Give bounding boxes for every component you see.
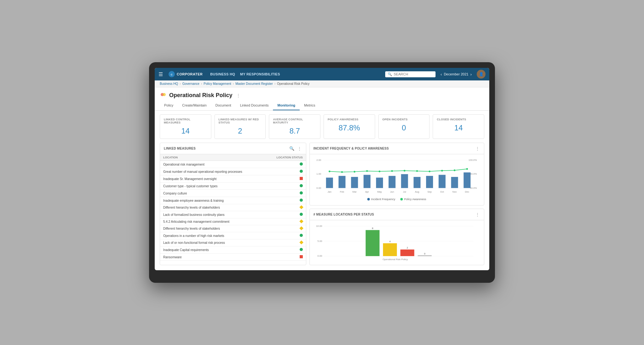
tab-policy[interactable]: Policy	[160, 101, 178, 110]
svg-text:Jan: Jan	[327, 190, 331, 193]
svg-rect-59	[400, 249, 414, 256]
incident-chart-title: INCIDENT FREQUENCY & POLICY AWARENESS	[314, 147, 389, 150]
svg-text:2.00: 2.00	[316, 159, 321, 162]
current-date: December 2021	[444, 72, 468, 76]
legend-policy-awareness: Policy Awareness	[400, 198, 426, 201]
svg-rect-24	[464, 172, 470, 188]
svg-rect-22	[438, 175, 445, 188]
legend-label-incident: Incident Frequency	[371, 198, 395, 201]
table-row[interactable]: Operational risk management	[160, 161, 306, 168]
measure-status	[266, 204, 306, 211]
measure-status	[266, 218, 306, 225]
svg-text:10.00: 10.00	[316, 225, 322, 227]
svg-text:0: 0	[424, 252, 425, 255]
kpi-linked-measures-red: LINKED MEASURES W/ RED STATUS 2	[214, 114, 266, 139]
table-row[interactable]: Inadequate employee awareness & training	[160, 197, 306, 204]
svg-point-30	[391, 170, 393, 172]
measure-status	[266, 161, 306, 168]
svg-point-34	[441, 170, 443, 172]
breadcrumb-governance[interactable]: Governance	[182, 82, 199, 85]
kpi-label-3: POLICY AWARENESS	[328, 118, 371, 121]
svg-text:1.00: 1.00	[316, 173, 321, 176]
table-row[interactable]: Lack of or non-functional formal risk pr…	[160, 239, 306, 246]
measures-menu-button[interactable]: ⋮	[297, 145, 302, 151]
svg-text:Aug: Aug	[415, 190, 419, 193]
measure-name: Customer type - typical customer types	[160, 183, 266, 190]
svg-rect-21	[426, 176, 433, 188]
tab-linked-documents[interactable]: Linked Documents	[236, 101, 273, 110]
legend-dot-awareness	[400, 198, 403, 200]
table-row[interactable]: Lack of formalized business continuity p…	[160, 211, 306, 218]
svg-point-3	[163, 93, 166, 96]
svg-point-25	[329, 171, 330, 172]
kpi-average-control-maturity: AVERAGE CONTROL MATURITY 8.7	[269, 114, 320, 139]
avatar[interactable]: 👤	[477, 70, 486, 79]
measure-name: Lack of or non-functional formal risk pr…	[160, 239, 266, 246]
table-row[interactable]: Different hierarchy levels of stakeholde…	[160, 225, 306, 232]
table-row[interactable]: Customer type - typical customer types	[160, 183, 306, 190]
table-row[interactable]: Different hierarchy levels of stakeholde…	[160, 204, 306, 211]
search-input[interactable]	[394, 72, 431, 76]
measure-status	[266, 211, 306, 218]
tab-metrics[interactable]: Metrics	[300, 101, 319, 110]
measure-status	[266, 175, 306, 183]
prev-date-button[interactable]: ‹	[441, 72, 442, 77]
table-row[interactable]: Company culture	[160, 190, 306, 197]
svg-point-32	[416, 170, 418, 172]
search-measures-button[interactable]: 🔍	[289, 145, 295, 151]
svg-rect-57	[383, 243, 397, 256]
svg-rect-16	[364, 175, 370, 188]
svg-text:80.0%: 80.0%	[470, 173, 477, 176]
measure-locations-body: 10.00 5.00 0.00 8	[310, 220, 484, 265]
breadcrumb-master-document-register[interactable]: Master Document Register	[236, 82, 273, 85]
table-row[interactable]: Ransomware	[160, 254, 306, 261]
tab-document[interactable]: Document	[211, 101, 236, 110]
measure-name: Great number of manual operational repor…	[160, 168, 266, 175]
table-row[interactable]: Operations in a number of high risk mark…	[160, 232, 306, 239]
nav-my-responsibilities[interactable]: MY RESPONSIBILITIES	[240, 72, 280, 76]
svg-text:0.00: 0.00	[317, 255, 322, 257]
svg-text:Nov: Nov	[452, 190, 457, 193]
svg-point-28	[366, 170, 368, 172]
next-date-button[interactable]: ›	[470, 72, 472, 77]
table-row[interactable]: Great number of manual operational repor…	[160, 168, 306, 175]
kpi-linked-control-measures: LINKED CONTROL MEASURES 14	[160, 114, 211, 139]
logo-area: C CORPORATER	[168, 70, 203, 78]
svg-text:Jul: Jul	[403, 190, 406, 193]
measure-status	[266, 254, 306, 261]
incident-chart-header: INCIDENT FREQUENCY & POLICY AWARENESS ⋮	[310, 143, 484, 154]
measure-status	[266, 232, 306, 239]
search-bar[interactable]: 🔍	[385, 71, 436, 77]
svg-point-35	[453, 170, 455, 172]
hamburger-icon[interactable]: ☰	[158, 71, 163, 77]
measures-table: LOCATION LOCATION STATUS Operational ris…	[160, 154, 306, 261]
svg-text:Apr: Apr	[365, 190, 369, 193]
incident-chart-menu[interactable]: ⋮	[475, 145, 480, 151]
main-content: LINKED MEASURES 🔍 ⋮ LOCATION LOCATION ST…	[155, 143, 489, 270]
logo-text: CORPORATER	[177, 72, 203, 76]
svg-text:5.00: 5.00	[317, 240, 322, 243]
tab-create-maintain[interactable]: Create/Maintain	[178, 101, 211, 110]
measure-name: Different hierarchy levels of stakeholde…	[160, 225, 266, 232]
tab-monitoring[interactable]: Monitoring	[273, 101, 300, 110]
svg-point-29	[379, 171, 380, 172]
incident-chart-legend: Incident Frequency Policy Awareness	[314, 196, 480, 203]
measure-name: 5.4.2 Articulating risk management commi…	[160, 218, 266, 225]
measure-status	[266, 197, 306, 204]
table-row[interactable]: 5.4.2 Articulating risk management commi…	[160, 218, 306, 225]
measure-name: Company culture	[160, 190, 266, 197]
nav-business-hq[interactable]: BUSINESS HQ	[210, 72, 235, 76]
page-header: Operational Risk Policy ⋮	[155, 87, 489, 101]
table-row[interactable]: Inadequate Capital requirements	[160, 246, 306, 254]
measure-locations-panel: # MEASURE LOCATIONS PER STATUS ⋮ 10.00 5…	[309, 209, 484, 265]
measure-locations-menu[interactable]: ⋮	[475, 211, 480, 217]
table-row[interactable]: Inadequate Sr. Management oversight	[160, 175, 306, 183]
svg-rect-55	[365, 230, 379, 256]
breadcrumb-current: Operational Risk Policy	[277, 82, 309, 85]
measure-name: Different hierarchy levels of stakeholde…	[160, 204, 266, 211]
breadcrumb-business-hq[interactable]: Business HQ	[160, 82, 178, 85]
svg-text:100.0%: 100.0%	[469, 159, 477, 162]
page-menu-icon[interactable]: ⋮	[236, 93, 241, 98]
breadcrumb-policy-management[interactable]: Policy Management	[204, 82, 231, 85]
kpi-row: LINKED CONTROL MEASURES 14 LINKED MEASUR…	[155, 111, 489, 143]
